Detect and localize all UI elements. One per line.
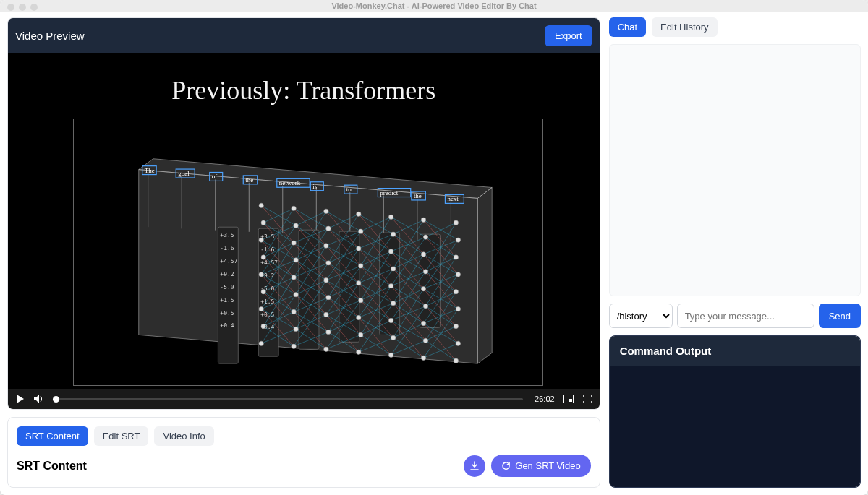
svg-point-256: [357, 212, 361, 216]
refresh-icon: [501, 461, 511, 470]
chat-messages[interactable]: [609, 44, 861, 296]
svg-text:+9.2: +9.2: [220, 271, 234, 277]
svg-text:goal: goal: [178, 170, 190, 177]
svg-text:the: the: [414, 192, 422, 199]
svg-marker-2: [477, 187, 492, 363]
seek-bar[interactable]: [53, 398, 523, 400]
svg-text:+0.5: +0.5: [220, 310, 234, 317]
svg-point-289: [454, 324, 458, 328]
picture-in-picture-icon[interactable]: [563, 394, 574, 404]
svg-point-230: [261, 220, 265, 225]
gen-srt-video-label: Gen SRT Video: [515, 460, 580, 471]
video-frame-title: Previously: Transformers: [8, 75, 600, 106]
svg-point-265: [388, 215, 393, 219]
svg-point-232: [261, 255, 265, 259]
svg-text:next: next: [447, 195, 459, 202]
svg-text:-5.0: -5.0: [220, 284, 234, 290]
play-icon[interactable]: [15, 394, 25, 404]
download-srt-button[interactable]: [464, 455, 485, 477]
svg-point-276: [421, 252, 425, 257]
svg-text:+0.5: +0.5: [260, 311, 274, 318]
svg-point-261: [359, 298, 363, 302]
tab-chat[interactable]: Chat: [609, 17, 646, 37]
svg-point-248: [326, 226, 331, 231]
app-window: Video-Monkey.Chat - AI-Powered Video Edi…: [0, 0, 868, 495]
svg-point-258: [357, 246, 361, 251]
svg-point-251: [324, 278, 328, 283]
svg-point-250: [326, 261, 331, 265]
svg-point-273: [388, 353, 393, 357]
volume-icon[interactable]: [34, 394, 44, 404]
command-output-body[interactable]: [610, 366, 860, 487]
message-input[interactable]: [677, 304, 814, 328]
maximize-window-icon[interactable]: [30, 4, 38, 11]
svg-point-238: [292, 206, 296, 210]
gen-srt-video-button[interactable]: Gen SRT Video: [491, 455, 590, 477]
tab-edit-history[interactable]: Edit History: [652, 17, 717, 37]
svg-point-243: [294, 292, 298, 296]
svg-point-268: [391, 267, 395, 271]
export-button[interactable]: Export: [545, 25, 592, 46]
svg-text:predict: predict: [380, 189, 398, 197]
svg-text:+1.5: +1.5: [220, 297, 234, 304]
srt-heading: SRT Content: [17, 460, 87, 473]
svg-point-267: [388, 249, 393, 254]
svg-text:+1.5: +1.5: [260, 298, 274, 305]
svg-point-270: [391, 301, 395, 305]
svg-text:+3.5: +3.5: [220, 232, 234, 238]
svg-point-282: [421, 356, 425, 360]
svg-point-237: [259, 341, 263, 345]
svg-point-231: [259, 238, 263, 242]
svg-point-242: [292, 275, 296, 280]
srt-panel: SRT Content Edit SRT Video Info SRT Cont…: [7, 417, 600, 488]
svg-point-235: [259, 306, 263, 311]
svg-point-264: [357, 350, 361, 354]
svg-point-247: [324, 209, 328, 213]
chat-card: Chat Edit History /history Send: [609, 17, 861, 328]
svg-point-260: [357, 281, 361, 285]
svg-point-283: [454, 220, 458, 225]
svg-text:+4.57: +4.57: [220, 258, 237, 264]
svg-point-241: [294, 258, 298, 262]
traffic-lights: [7, 4, 38, 11]
command-select[interactable]: /history: [609, 304, 673, 328]
right-column: Chat Edit History /history Send Command …: [609, 17, 861, 488]
svg-point-259: [359, 264, 363, 268]
send-button[interactable]: Send: [819, 304, 861, 328]
tab-edit-srt[interactable]: Edit SRT: [94, 426, 149, 446]
minimize-window-icon[interactable]: [19, 4, 26, 11]
tab-srt-content[interactable]: SRT Content: [17, 426, 88, 446]
seek-thumb[interactable]: [53, 396, 59, 403]
svg-point-286: [456, 272, 460, 277]
svg-point-280: [421, 321, 425, 325]
svg-text:-1.6: -1.6: [220, 245, 234, 251]
srt-tabs: SRT Content Edit SRT Video Info: [17, 426, 591, 446]
svg-point-246: [292, 344, 296, 348]
svg-point-290: [456, 341, 460, 345]
video-preview-card: Video Preview Export Previously: Transfo…: [7, 17, 600, 410]
video-preview-title: Video Preview: [15, 30, 85, 42]
svg-point-274: [421, 218, 425, 222]
svg-point-255: [324, 347, 328, 351]
svg-point-262: [357, 315, 361, 319]
svg-point-254: [326, 330, 331, 334]
time-remaining: -26:02: [532, 395, 554, 403]
fullscreen-icon[interactable]: [582, 394, 592, 404]
svg-point-234: [261, 290, 265, 294]
video-frame[interactable]: Previously: Transformers Thegoalofthenet…: [8, 53, 600, 389]
svg-text:is: is: [312, 183, 317, 190]
chat-input-row: /history Send: [609, 304, 861, 328]
svg-marker-293: [34, 395, 39, 403]
titlebar: Video-Monkey.Chat - AI-Powered Video Edi…: [0, 0, 868, 12]
left-column: Video Preview Export Previously: Transfo…: [7, 17, 600, 488]
svg-text:The: The: [145, 167, 155, 174]
svg-point-277: [423, 270, 427, 274]
svg-text:network: network: [279, 179, 301, 186]
transformer-visualization: Thegoalofthenetworkistopredictthenext +3…: [73, 119, 543, 386]
close-window-icon[interactable]: [7, 4, 14, 11]
svg-point-291: [454, 358, 458, 363]
svg-point-244: [292, 309, 296, 314]
tab-video-info[interactable]: Video Info: [154, 426, 213, 446]
svg-point-269: [388, 284, 393, 288]
svg-text:of: of: [212, 173, 217, 180]
